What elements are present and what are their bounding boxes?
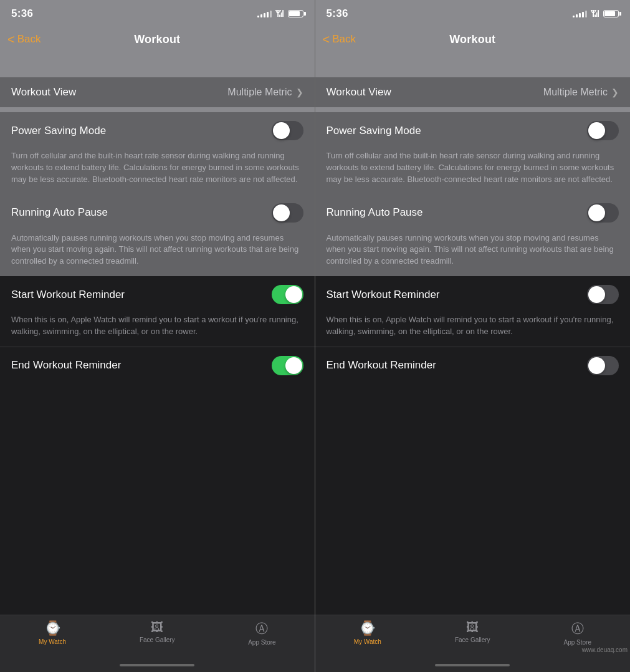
tab-face-gallery-left[interactable]: 🖼︎ Face Gallery [105, 620, 209, 643]
nav-title-right: Workout [449, 33, 495, 46]
running-pause-toggle-left[interactable] [272, 203, 303, 223]
nav-bar-left: < Back Workout [0, 25, 315, 55]
back-chevron-right: < [323, 33, 330, 46]
filler-left [0, 384, 315, 615]
home-indicator-right [315, 658, 631, 672]
status-time-left: 5:36 [11, 7, 33, 20]
workout-view-row-right[interactable]: Workout View Multiple Metric ❯ [315, 77, 631, 107]
power-saving-desc-left: Turn off cellular and the built-in heart… [0, 149, 315, 194]
power-saving-knob-right [588, 122, 605, 139]
running-pause-section-left: Running Auto Pause Automatically pauses … [0, 194, 315, 277]
end-reminder-knob-left [285, 357, 302, 374]
home-indicator-left [0, 658, 315, 672]
workout-view-chevron-left: ❯ [296, 87, 303, 97]
tab-face-gallery-right[interactable]: 🖼︎ Face Gallery [420, 620, 525, 643]
start-reminder-row-left: Start Workout Reminder [0, 276, 315, 313]
back-button-left[interactable]: < Back [7, 33, 41, 46]
wifi-icon-left: 📶︎ [275, 9, 284, 19]
left-panel: 5:36 📶︎ < Back Workout Workout View [0, 0, 315, 672]
end-reminder-label-left: End Workout Reminder [11, 359, 121, 372]
running-pause-desc-right: Automatically pauses running workouts wh… [315, 231, 631, 277]
power-saving-row-right: Power Saving Mode [315, 112, 631, 149]
running-pause-label-right: Running Auto Pause [327, 206, 423, 219]
end-reminder-toggle-right[interactable] [587, 356, 619, 375]
start-reminder-desc-right: When this is on, Apple Watch will remind… [315, 313, 631, 347]
divider-1-left [0, 107, 315, 112]
power-saving-label-right: Power Saving Mode [327, 125, 421, 137]
tab-my-watch-right[interactable]: ⌚ My Watch [315, 620, 421, 645]
signal-icon-right [573, 10, 587, 17]
tab-my-watch-label-left: My Watch [39, 638, 66, 645]
workout-view-right-right: Multiple Metric ❯ [543, 87, 619, 98]
power-saving-section-left: Power Saving Mode Turn off cellular and … [0, 112, 315, 194]
start-reminder-section-left: Start Workout Reminder When this is on, … [0, 276, 315, 347]
back-label-left: Back [17, 33, 41, 46]
workout-view-section-right: Workout View Multiple Metric ❯ [315, 77, 631, 107]
running-pause-label-left: Running Auto Pause [11, 206, 108, 219]
start-reminder-knob-left [285, 286, 302, 303]
battery-icon-right [603, 10, 619, 17]
workout-view-label-left: Workout View [11, 86, 76, 98]
start-reminder-label-left: Start Workout Reminder [11, 289, 125, 301]
workout-view-label-right: Workout View [327, 86, 391, 98]
start-reminder-knob-right [588, 286, 605, 303]
watch-icon-left: ⌚ [44, 620, 61, 636]
end-reminder-section-right: End Workout Reminder [315, 347, 631, 384]
signal-icon-left [257, 10, 272, 17]
start-reminder-toggle-right[interactable] [587, 285, 619, 304]
status-bar-left: 5:36 📶︎ [0, 0, 315, 25]
tab-app-store-left[interactable]: Ⓐ App Store [209, 620, 314, 646]
running-pause-knob-right [588, 204, 605, 221]
running-pause-row-left: Running Auto Pause [0, 194, 315, 231]
status-icons-right: 📶︎ [573, 9, 619, 19]
end-reminder-label-right: End Workout Reminder [327, 359, 436, 372]
filler-right [315, 384, 631, 615]
power-saving-toggle-right[interactable] [587, 121, 619, 140]
start-reminder-desc-left: When this is on, Apple Watch will remind… [0, 313, 315, 347]
home-bar-left [120, 664, 194, 666]
battery-icon-left [288, 10, 303, 17]
power-saving-desc-right: Turn off cellular and the built-in heart… [315, 149, 631, 194]
running-pause-desc-left: Automatically pauses running workouts wh… [0, 231, 315, 277]
spacer-top-right [315, 55, 631, 77]
app-store-icon-right: Ⓐ [571, 620, 584, 637]
nav-bar-right: < Back Workout [315, 25, 631, 55]
workout-view-chevron-right: ❯ [611, 87, 619, 97]
divider-1-right [315, 107, 631, 112]
face-gallery-icon-right: 🖼︎ [466, 620, 479, 635]
start-reminder-label-right: Start Workout Reminder [327, 289, 440, 301]
tab-my-watch-label-right: My Watch [354, 638, 381, 645]
start-reminder-section-right: Start Workout Reminder When this is on, … [315, 276, 631, 347]
power-saving-row-left: Power Saving Mode [0, 112, 315, 149]
wifi-icon-right: 📶︎ [591, 9, 599, 19]
power-saving-section-right: Power Saving Mode Turn off cellular and … [315, 112, 631, 194]
tab-bar-left: ⌚ My Watch 🖼︎ Face Gallery Ⓐ App Store [0, 615, 315, 658]
start-reminder-toggle-left[interactable] [272, 285, 303, 304]
tab-app-store-right[interactable]: Ⓐ App Store [525, 620, 631, 646]
watermark: www.deuaq.com [582, 646, 628, 653]
power-saving-toggle-left[interactable] [272, 121, 303, 140]
tab-face-gallery-label-left: Face Gallery [140, 636, 175, 643]
spacer-top-left [0, 55, 315, 77]
workout-view-row-left[interactable]: Workout View Multiple Metric ❯ [0, 77, 315, 107]
end-reminder-section-left: End Workout Reminder [0, 347, 315, 384]
workout-view-right-left: Multiple Metric ❯ [227, 87, 303, 98]
end-reminder-knob-right [588, 357, 605, 374]
running-pause-knob-left [273, 204, 290, 221]
nav-title-left: Workout [134, 33, 180, 46]
status-time-right: 5:36 [327, 7, 348, 20]
tab-my-watch-left[interactable]: ⌚ My Watch [0, 620, 105, 645]
power-saving-knob-left [273, 122, 290, 139]
tab-face-gallery-label-right: Face Gallery [455, 636, 490, 643]
start-reminder-row-right: Start Workout Reminder [315, 276, 631, 313]
face-gallery-icon-left: 🖼︎ [151, 620, 163, 635]
end-reminder-row-right: End Workout Reminder [315, 347, 631, 384]
power-saving-label-left: Power Saving Mode [11, 125, 106, 137]
home-bar-right [435, 664, 510, 666]
tab-app-store-label-right: App Store [564, 639, 591, 646]
running-pause-section-right: Running Auto Pause Automatically pauses … [315, 194, 631, 277]
back-button-right[interactable]: < Back [323, 33, 356, 46]
end-reminder-toggle-left[interactable] [272, 356, 303, 375]
workout-view-value-right: Multiple Metric [543, 87, 608, 98]
running-pause-toggle-right[interactable] [587, 203, 619, 223]
